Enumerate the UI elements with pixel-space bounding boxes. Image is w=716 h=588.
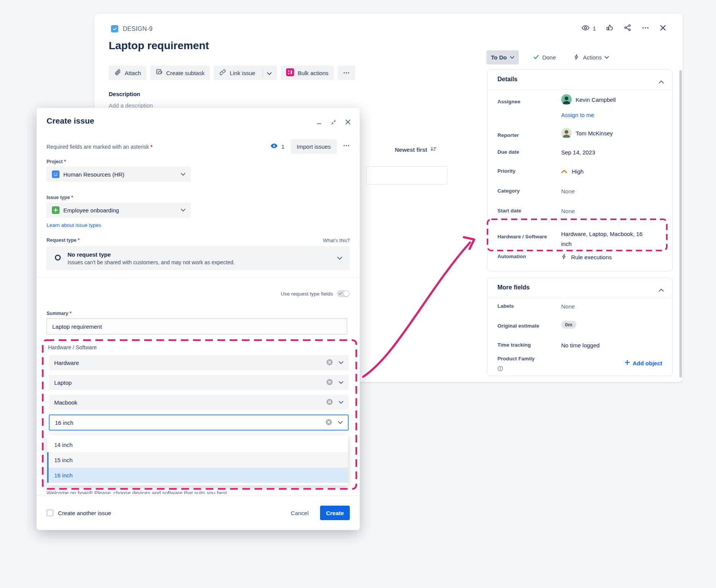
learn-issue-types-link[interactable]: Learn about issue types: [47, 222, 101, 228]
automation-label: Automation: [497, 254, 558, 259]
bulk-actions-button[interactable]: Bulk actions: [281, 66, 334, 80]
toolbar-more-button[interactable]: [338, 66, 355, 80]
scrollbar[interactable]: [679, 70, 682, 378]
use-request-type-fields-label: Use request type fields: [281, 291, 333, 297]
chevron-down-icon[interactable]: [267, 70, 272, 76]
create-button[interactable]: Create: [320, 506, 350, 520]
create-subtask-button[interactable]: Create subtask: [150, 66, 210, 80]
request-type-select[interactable]: No request type Issues can't be shared w…: [47, 246, 350, 270]
collapse-panel-button[interactable]: [659, 286, 664, 293]
whats-this-link[interactable]: What's this?: [323, 238, 350, 243]
breadcrumb[interactable]: DESIGN-9: [111, 25, 153, 32]
labels-value[interactable]: None: [561, 303, 575, 310]
product-family-label: Product Family: [497, 356, 558, 361]
done-button[interactable]: Done: [533, 54, 556, 61]
modal-footer: Create another issue Cancel Create: [37, 495, 360, 530]
hardware-select-3[interactable]: Macbook: [49, 395, 349, 410]
start-date-label: Start date: [497, 208, 558, 214]
actions-dropdown[interactable]: Actions: [573, 54, 609, 61]
option-14-inch[interactable]: 14 inch: [47, 437, 348, 452]
hardware-select-3-value: Macbook: [54, 399, 326, 406]
issue-key[interactable]: DESIGN-9: [123, 26, 153, 32]
close-icon[interactable]: [344, 119, 351, 127]
summary-input[interactable]: Laptop requirement: [47, 318, 347, 334]
clear-icon[interactable]: [326, 379, 333, 387]
priority-value[interactable]: High: [561, 168, 584, 175]
status-label: To Do: [491, 54, 507, 61]
assign-to-me-link[interactable]: Assign to me: [561, 112, 594, 118]
add-object-label: Add object: [633, 360, 663, 366]
link-icon: [219, 69, 226, 77]
chevron-down-icon: [181, 173, 185, 176]
hardware-select-2[interactable]: Laptop: [49, 375, 349, 390]
info-icon[interactable]: [497, 366, 503, 373]
sort-order-button[interactable]: Newest first: [395, 146, 437, 153]
details-panel-title: Details: [497, 76, 517, 83]
hardware-software-label: Hardware / Software: [497, 234, 558, 239]
watchers[interactable]: 1: [581, 24, 596, 33]
divider: [262, 68, 263, 77]
summary-label-text: Summary: [47, 311, 68, 316]
divider: [488, 90, 672, 90]
bulk-actions-label: Bulk actions: [298, 70, 328, 76]
divider: [488, 298, 672, 298]
link-issue-button[interactable]: Link issue: [214, 66, 277, 80]
comment-input[interactable]: [366, 166, 447, 185]
actions-label: Actions: [583, 54, 602, 61]
use-request-type-fields-toggle[interactable]: [337, 290, 350, 297]
original-estimate-value[interactable]: 0m: [561, 321, 576, 329]
option-16-inch[interactable]: 16 inch: [47, 468, 348, 483]
due-date-value[interactable]: Sep 14, 2023: [561, 149, 595, 156]
import-issues-button[interactable]: Import issues: [291, 139, 337, 154]
time-tracking-label: Time tracking: [497, 342, 558, 348]
chevron-down-icon: [338, 421, 343, 424]
issue-type-checkbox-icon: [111, 25, 118, 32]
reporter-value[interactable]: Tom McKinsey: [561, 128, 613, 138]
clear-icon[interactable]: [326, 398, 333, 406]
add-object-button[interactable]: Add object: [625, 360, 663, 366]
attach-button[interactable]: Attach: [109, 66, 146, 80]
project-label-text: Project: [47, 159, 63, 164]
more-actions-button[interactable]: [642, 24, 649, 33]
collapse-panel-button[interactable]: [659, 78, 664, 85]
clear-icon[interactable]: [326, 359, 333, 367]
required-fields-note: Required fields are marked with an aster…: [47, 144, 153, 150]
summary-label: Summary *: [47, 311, 71, 316]
create-issue-modal: Create issue Required fields are marked …: [37, 108, 360, 530]
field-helper-text: Welcome on board! Please, choose devices…: [47, 489, 336, 494]
option-15-inch[interactable]: 15 inch: [47, 452, 348, 468]
hardware-select-1[interactable]: Hardware: [49, 355, 349, 370]
original-estimate-label: Original estimate: [497, 323, 558, 329]
asterisk: *: [64, 159, 66, 164]
import-issues-label: Import issues: [297, 143, 331, 150]
hardware-software-value[interactable]: Hardware, Laptop, Macbook, 16 inch: [561, 229, 653, 249]
minimize-icon[interactable]: [317, 119, 323, 127]
automation-value[interactable]: Rule executions: [561, 254, 612, 261]
description-heading: Description: [109, 91, 140, 97]
start-date-value[interactable]: None: [561, 208, 575, 214]
time-tracking-value[interactable]: No time logged: [561, 342, 600, 349]
clear-icon[interactable]: [325, 419, 332, 427]
modal-watchers[interactable]: 1: [270, 142, 284, 151]
done-label: Done: [542, 54, 556, 61]
create-another-checkbox[interactable]: [47, 509, 53, 516]
automation-link: Rule executions: [571, 254, 612, 260]
assignee-value[interactable]: Kevin Campbell: [561, 94, 616, 105]
issue-type-select[interactable]: Employee onboarding: [47, 202, 191, 218]
modal-more-button[interactable]: [343, 142, 350, 151]
hardware-select-4-focused[interactable]: 16 inch: [49, 414, 349, 431]
eye-icon: [581, 24, 590, 33]
cancel-button[interactable]: Cancel: [291, 510, 309, 516]
due-date-label: Due date: [497, 149, 558, 155]
project-select[interactable]: Human Resources (HR): [47, 167, 191, 182]
project-value: Human Resources (HR): [63, 171, 177, 178]
issue-type-label: Issue type *: [47, 195, 73, 200]
close-icon[interactable]: [659, 24, 667, 33]
link-issue-label: Link issue: [230, 70, 255, 76]
status-dropdown[interactable]: To Do: [486, 50, 519, 64]
category-value[interactable]: None: [561, 188, 575, 194]
collapse-icon[interactable]: [330, 119, 337, 127]
chevron-down-icon: [339, 401, 343, 404]
like-button[interactable]: [606, 24, 614, 33]
share-button[interactable]: [624, 24, 632, 33]
